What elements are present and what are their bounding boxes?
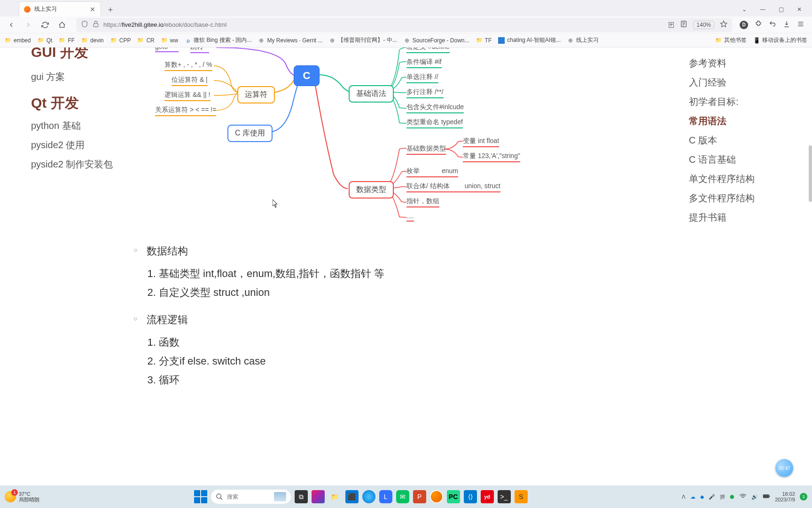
nav-forward-button[interactable]	[22, 18, 35, 32]
toc-item[interactable]: 参考资料	[689, 57, 764, 70]
tray-ime-icon[interactable]: 拼	[720, 493, 725, 500]
bookmark-item[interactable]: embed	[5, 36, 31, 44]
folder-icon	[5, 37, 11, 44]
tray-volume-icon[interactable]: 🔊	[751, 494, 758, 500]
list-item: 基础类型 int,float，enum,数组,指针，函数指针 等	[159, 267, 465, 281]
bookmark-item[interactable]: Qt	[38, 36, 53, 44]
tray-chevron-icon[interactable]: ᐱ	[682, 494, 686, 500]
toc-item[interactable]: 提升书籍	[689, 211, 764, 224]
tray-app2-icon[interactable]: ⬢	[730, 494, 734, 500]
bookmark-item[interactable]: 其他书签	[715, 36, 747, 44]
account-button[interactable]: D	[740, 21, 748, 29]
window-minimize-button[interactable]: —	[760, 6, 765, 13]
bookmark-item[interactable]: 📱移动设备上的书签	[753, 36, 807, 44]
notification-count[interactable]: 3	[800, 493, 807, 500]
zoom-level[interactable]: 140%	[693, 21, 714, 29]
taskbar-app-youdao[interactable]: yd	[481, 490, 494, 503]
tray-app-icon[interactable]: ◆	[700, 494, 704, 500]
taskbar-search[interactable]: 搜索	[211, 490, 291, 504]
bookmark-label: CPP	[119, 37, 131, 44]
taskbar-app-lark[interactable]: L	[379, 490, 392, 503]
nav-item[interactable]: pyside2 制作安装包	[31, 158, 134, 171]
mindmap-leaf: 跳转	[190, 48, 209, 53]
app-menu-icon[interactable]	[797, 20, 804, 30]
window-close-button[interactable]: ✕	[797, 6, 802, 13]
folder-icon	[137, 37, 144, 44]
bookmark-item[interactable]: CR	[137, 36, 154, 44]
folder-icon	[161, 37, 168, 44]
toc-item[interactable]: 入门经验	[689, 76, 764, 89]
shield-icon[interactable]	[81, 20, 87, 29]
taskbar-app-terminal[interactable]: >_	[498, 490, 511, 503]
bookmark-item[interactable]: chating AI-智能AI领...	[498, 36, 561, 44]
tab-close-icon[interactable]: ✕	[89, 6, 96, 13]
taskbar-clock[interactable]: 18:02 2023/7/9	[775, 491, 795, 502]
nav-item[interactable]: python 基础	[31, 119, 134, 132]
nav-home-button[interactable]	[55, 18, 69, 32]
tray-wifi-icon[interactable]	[739, 492, 747, 501]
taskbar-app-widgets[interactable]	[312, 490, 325, 503]
nav-back-button[interactable]	[5, 18, 18, 32]
bookmark-item[interactable]: devin	[81, 36, 104, 44]
bookmark-label: embed	[14, 37, 31, 44]
bookmark-star-icon[interactable]	[720, 20, 727, 29]
window-maximize-button[interactable]: ▢	[779, 6, 784, 13]
reader-mode-icon[interactable]	[680, 20, 687, 29]
bookmark-item[interactable]: ww	[161, 36, 178, 44]
floating-timer-badge[interactable]: 00:47	[775, 459, 793, 477]
list-item: 循环	[159, 373, 465, 387]
tray-battery-icon[interactable]	[763, 492, 770, 501]
toc-item[interactable]: 多文件程序结构	[689, 192, 764, 205]
page-scrollbar[interactable]	[809, 145, 812, 202]
tray-mic-icon[interactable]: 🎤	[709, 494, 715, 500]
bookmark-item[interactable]: FF	[59, 36, 75, 44]
svg-marker-5	[720, 21, 726, 27]
bookmark-label: 线上实习	[576, 36, 599, 44]
translate-icon[interactable]: 🈂	[668, 21, 674, 29]
mindmap-node-center: C	[294, 65, 320, 86]
url-bar[interactable]: https://five2hill.gitee.io/ebook/doc/bas…	[76, 18, 732, 32]
new-tab-button[interactable]: +	[104, 3, 117, 16]
bookmark-label: FF	[68, 37, 75, 44]
bookmark-item[interactable]: ⊕线上实习	[567, 36, 599, 44]
toc-item[interactable]: C 语言基础	[689, 153, 764, 166]
taskbar-app-taskview[interactable]: ⧉	[295, 490, 308, 503]
taskbar-app-wechat[interactable]: ✉	[396, 490, 409, 503]
taskbar-app-firefox[interactable]	[430, 490, 443, 503]
nav-heading-qt[interactable]: Qt 开发	[31, 94, 134, 113]
tray-onedrive-icon[interactable]: ☁	[690, 494, 695, 500]
nav-item[interactable]: gui 方案	[31, 71, 134, 83]
taskbar-app-sublime[interactable]: S	[515, 490, 528, 503]
nav-item[interactable]: pyside2 使用	[31, 139, 134, 151]
start-button[interactable]	[194, 490, 207, 503]
tabs-dropdown-icon[interactable]: ⌄	[742, 6, 747, 13]
taskbar-app-explorer[interactable]: 📁	[328, 490, 342, 503]
taskbar-weather[interactable]: 1 37°C 局部晴朗	[5, 491, 39, 502]
bookmark-item[interactable]: TF	[476, 36, 492, 44]
back-arrow-icon[interactable]	[769, 20, 776, 30]
taskbar-app-ppt[interactable]: P	[413, 490, 426, 503]
extensions-icon[interactable]	[755, 20, 762, 30]
toc-item[interactable]: 单文件程序结构	[689, 173, 764, 185]
browser-tab[interactable]: 线上实习 ✕	[19, 1, 101, 16]
nav-heading-gui[interactable]: GUI 开发	[31, 48, 134, 62]
mindmap-leaf: 类型重命名 typedef	[406, 118, 463, 128]
taskbar-app-store[interactable]: ⬛	[345, 490, 359, 503]
taskbar-app-pycharm[interactable]: PC	[447, 490, 460, 503]
bookmark-item[interactable]: ⊕SourceForge - Down...	[404, 36, 469, 44]
nav-reload-button[interactable]	[39, 18, 52, 32]
lock-icon[interactable]	[92, 20, 99, 29]
downloads-icon[interactable]	[783, 20, 790, 30]
bookmark-item[interactable]: ⊕My Reviews · Gerrit ...	[258, 36, 322, 44]
bookmark-item[interactable]: CPP	[110, 36, 131, 44]
toc-item[interactable]: C 版本	[689, 134, 764, 147]
taskbar-app-vscode[interactable]: ⟨⟩	[464, 490, 477, 503]
toc-item[interactable]: 初学者目标:	[689, 95, 764, 108]
bookmarks-bar: embedQtFFdevinCPPCRww⌕微软 Bing 搜索 - 国内...…	[0, 33, 812, 48]
bookmark-item[interactable]: ⊕【维普期刊官网】- 中...	[329, 36, 397, 44]
taskbar-app-edge[interactable]	[362, 490, 375, 503]
toc-item[interactable]: 常用语法	[689, 115, 764, 127]
bookmark-label: Qt	[47, 37, 53, 44]
mindmap-leaf: 算数+ , - , * , / %	[164, 61, 212, 71]
bookmark-item[interactable]: ⌕微软 Bing 搜索 - 国内...	[185, 36, 251, 44]
